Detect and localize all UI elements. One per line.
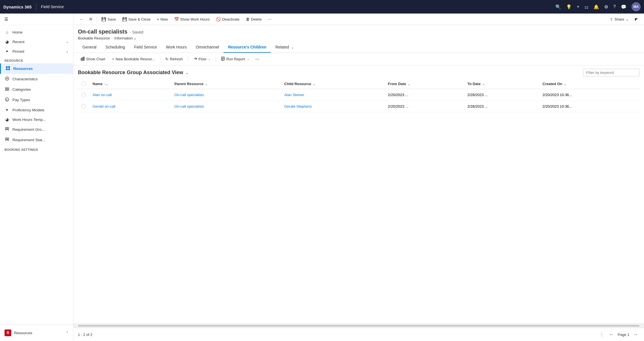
svg-point-5	[6, 78, 8, 79]
expand-panel-button[interactable]: ◤	[632, 15, 641, 23]
row1-checkbox[interactable]	[81, 92, 86, 97]
chevron-down-icon: ⌄	[66, 40, 69, 44]
sidebar-item-categories[interactable]: Categories	[0, 84, 73, 95]
hamburger-button[interactable]: ☰	[0, 14, 73, 25]
sidebar-item-work-hours[interactable]: ◕ Work Hours Temp...	[0, 115, 73, 124]
row2-child-link[interactable]: Gerald Stephens	[284, 104, 312, 108]
sidebar-item-pay-types[interactable]: $ Pay Types	[0, 95, 73, 105]
plus-icon[interactable]: +	[577, 4, 579, 9]
share-button[interactable]: ⇧ Share ⌄	[607, 15, 632, 23]
show-chart-icon	[81, 57, 85, 61]
sidebar-item-characteristics[interactable]: Characteristics	[0, 74, 73, 84]
flow-button[interactable]: Flow ⌄	[190, 55, 213, 63]
tab-general[interactable]: General	[78, 43, 101, 53]
refresh-button[interactable]: ↻ Refresh	[163, 56, 186, 63]
deactivate-label: Deactivate	[222, 17, 239, 21]
col-parent-resource[interactable]: Parent Resource ⌄	[171, 79, 281, 89]
filter-input[interactable]	[583, 69, 639, 76]
bell-icon[interactable]: 🔔	[593, 4, 599, 10]
svg-rect-3	[8, 68, 10, 70]
tab-work-hours[interactable]: Work Hours	[161, 43, 191, 53]
scrollbar-track	[78, 325, 639, 327]
breadcrumb-separator: ·	[111, 36, 113, 40]
deactivate-button[interactable]: 🚫 Deactivate	[213, 15, 242, 23]
col-name[interactable]: Name ↑⌄	[89, 79, 171, 89]
col-child-resource[interactable]: Child Resource ⌄	[281, 79, 384, 89]
show-chart-label: Show Chart	[86, 57, 105, 61]
select-all-checkbox[interactable]	[81, 81, 86, 86]
sidebar-label-proficiency: Proficiency Models	[12, 108, 44, 112]
col-from-filter-icon: ⌄	[408, 83, 410, 86]
svg-text:$: $	[6, 99, 8, 101]
avatar[interactable]: MA	[632, 2, 641, 11]
search-icon[interactable]: 🔍	[555, 4, 561, 10]
horizontal-scrollbar[interactable]	[73, 324, 644, 328]
tab-general-label: General	[82, 45, 97, 49]
prev-page-button[interactable]: ←	[608, 331, 615, 338]
lightbulb-icon[interactable]: 💡	[566, 4, 572, 10]
svg-rect-1	[8, 66, 10, 68]
sidebar-item-resources[interactable]: Resources	[0, 63, 73, 74]
show-chart-button[interactable]: Show Chart	[78, 55, 108, 63]
chat-icon[interactable]: 💬	[621, 4, 627, 10]
col-child-filter-icon: ⌄	[313, 83, 315, 86]
row2-name-link[interactable]: Gerald on-call	[93, 104, 115, 108]
view-title-chevron-icon[interactable]: ⌄	[185, 71, 188, 75]
new-icon: +	[157, 17, 159, 21]
sidebar-bottom-resources[interactable]: R Resources ⌃	[0, 327, 73, 339]
run-report-button[interactable]: Run Report ⌄	[218, 55, 252, 63]
topbar: Dynamics 365 Field Service 🔍 💡 + ⚏ 🔔 ⚙ ?…	[0, 0, 644, 14]
new-bookable-button[interactable]: + New Bookable Resour...	[109, 56, 158, 63]
save-close-button[interactable]: 💾 Save & Close	[119, 15, 154, 23]
expand-button[interactable]: ⧉	[87, 15, 95, 23]
sidebar-item-recent[interactable]: ◕ Recent ⌄	[0, 37, 73, 46]
sidebar-item-pinned[interactable]: ✦ Pinned ⌄	[0, 46, 73, 56]
tab-omnichannel[interactable]: Omnichannel	[191, 43, 224, 53]
sub-more-button[interactable]: ⋯	[253, 56, 262, 63]
row1-child-link[interactable]: Alan Steiner	[284, 93, 304, 97]
help-icon[interactable]: ?	[613, 4, 616, 9]
more-options-button[interactable]: ⋯	[265, 15, 274, 23]
delete-button[interactable]: 🗑 Delete	[243, 15, 265, 23]
col-created-on[interactable]: Created On ⌄	[539, 79, 639, 89]
tab-resources-children[interactable]: Resource's Children	[224, 43, 271, 53]
col-from-date[interactable]: From Date ⌄	[385, 79, 464, 89]
tab-field-service[interactable]: Field Service	[130, 43, 161, 53]
pin-icon: ✦	[5, 49, 10, 54]
sidebar-item-home[interactable]: ⌂ Home	[0, 27, 73, 37]
show-work-hours-icon: 📅	[174, 17, 179, 21]
row2-child-cell: Gerald Stephens	[281, 101, 384, 112]
row2-parent-link[interactable]: On-call specialists	[174, 104, 204, 108]
next-page-button[interactable]: →	[632, 331, 639, 338]
row1-parent-link[interactable]: On-call specialists	[174, 93, 204, 97]
back-button[interactable]: ←	[77, 15, 86, 23]
show-work-hours-button[interactable]: 📅 Show Work Hours	[171, 15, 213, 23]
delete-icon: 🗑	[246, 17, 250, 21]
gear-icon[interactable]: ⚙	[604, 4, 608, 10]
col-to-label: To Date	[467, 82, 481, 86]
back-icon: ←	[80, 17, 83, 21]
first-page-button[interactable]: ┤	[599, 331, 605, 338]
sidebar-item-proficiency[interactable]: ✦ Proficiency Models	[0, 105, 73, 115]
filter-icon[interactable]: ⚏	[584, 4, 588, 10]
col-to-date[interactable]: To Date ⌄	[464, 79, 539, 89]
tab-scheduling[interactable]: Scheduling	[101, 43, 130, 53]
page-label: Page 1	[618, 333, 629, 337]
breadcrumb: Bookable Resource · Information ⌄	[78, 36, 639, 40]
save-button[interactable]: 💾 Save	[98, 15, 119, 23]
toolbar: ← ⧉ 💾 Save 💾 Save & Close + New 📅 Show W…	[73, 14, 644, 25]
row1-checkbox-cell	[78, 89, 89, 101]
sidebar-item-req-stat[interactable]: Requirement Stat...	[0, 135, 73, 145]
resources-letter-icon: R	[5, 329, 11, 336]
breadcrumb-view-button[interactable]: Information ⌄	[114, 36, 137, 40]
sidebar: ☰ ⌂ Home ◕ Recent ⌄ ✦ Pinned ⌄ Resource	[0, 14, 73, 341]
row2-checkbox[interactable]	[81, 104, 86, 108]
row1-from-cell: 2/20/2023 ...	[385, 89, 464, 101]
row1-name-link[interactable]: Alan on-call	[93, 93, 112, 97]
tab-related[interactable]: Related ⌄	[271, 43, 298, 53]
row1-created-cell: 2/20/2023 10:36...	[539, 89, 639, 101]
new-button[interactable]: + New	[154, 15, 170, 23]
sidebar-label-resources: Resources	[13, 67, 33, 71]
sidebar-item-req-gro[interactable]: Requirement Gro...	[0, 124, 73, 135]
pagination: ┤ ← Page 1 →	[599, 331, 639, 338]
